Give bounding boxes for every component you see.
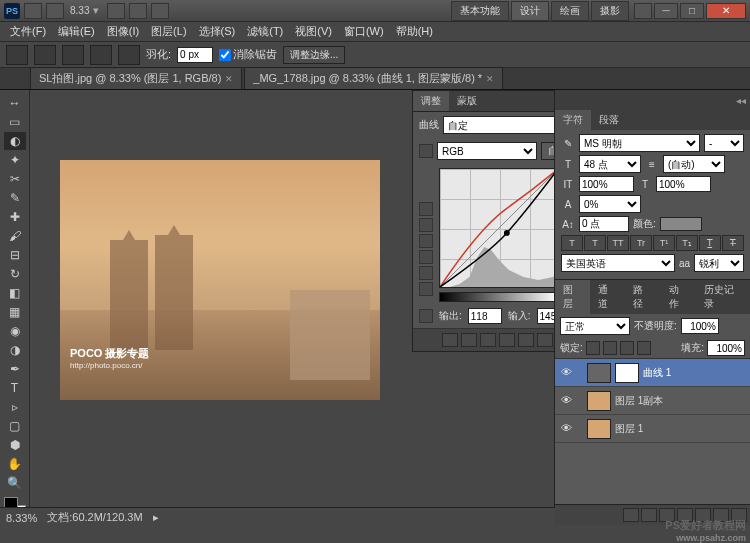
- eyedrop-black-icon[interactable]: [419, 234, 433, 248]
- zoom-tool-icon[interactable]: 🔍: [4, 474, 26, 492]
- layers-tab[interactable]: 图层: [555, 280, 590, 314]
- vscale-input[interactable]: [579, 176, 634, 192]
- menu-view[interactable]: 视图(V): [289, 24, 338, 39]
- input-input[interactable]: [537, 308, 554, 324]
- type-tool-icon[interactable]: T: [4, 379, 26, 397]
- menu-select[interactable]: 选择(S): [193, 24, 242, 39]
- selection-mode-sub-icon[interactable]: [90, 45, 112, 65]
- adjust-tab[interactable]: 调整: [413, 91, 449, 111]
- adjustment-thumb-icon[interactable]: [587, 363, 611, 383]
- gradient-tool-icon[interactable]: ▦: [4, 303, 26, 321]
- return-icon[interactable]: [442, 333, 458, 347]
- 3d-tool-icon[interactable]: ⬢: [4, 436, 26, 454]
- status-doc[interactable]: 文档:60.2M/120.3M: [47, 510, 142, 525]
- target-adjust-icon[interactable]: [419, 282, 433, 296]
- layer-row[interactable]: 👁 图层 1: [555, 415, 750, 443]
- selection-mode-intersect-icon[interactable]: [118, 45, 140, 65]
- path-tool-icon[interactable]: ▹: [4, 398, 26, 416]
- stamp-tool-icon[interactable]: ⊟: [4, 246, 26, 264]
- output-input[interactable]: [468, 308, 502, 324]
- super-button[interactable]: T¹: [653, 235, 675, 251]
- history-brush-icon[interactable]: ↻: [4, 265, 26, 283]
- curve-edit-icon[interactable]: [419, 144, 433, 158]
- eyedrop-white-icon[interactable]: [419, 266, 433, 280]
- tab-close-icon[interactable]: ✕: [225, 74, 233, 84]
- marquee-tool-icon[interactable]: ▭: [4, 113, 26, 131]
- fx-icon[interactable]: [641, 508, 657, 522]
- workspace-basic[interactable]: 基本功能: [451, 1, 509, 21]
- tab-close-icon[interactable]: ✕: [486, 74, 494, 84]
- bridge-icon[interactable]: [24, 3, 42, 19]
- eyedropper-tool-icon[interactable]: ✎: [4, 189, 26, 207]
- mask-tab[interactable]: 蒙版: [449, 91, 485, 111]
- text-color-swatch[interactable]: [660, 217, 702, 231]
- menu-image[interactable]: 图像(I): [101, 24, 145, 39]
- lock-pos-icon[interactable]: [620, 341, 634, 355]
- arrange-icon[interactable]: [129, 3, 147, 19]
- status-zoom[interactable]: 8.33%: [6, 512, 37, 524]
- tracking-select[interactable]: 0%: [579, 195, 641, 213]
- shape-tool-icon[interactable]: ▢: [4, 417, 26, 435]
- history-tab[interactable]: 历史记录: [696, 280, 750, 314]
- workspace-photo[interactable]: 摄影: [591, 1, 629, 21]
- layer-name[interactable]: 图层 1: [615, 422, 643, 436]
- toggle-icon[interactable]: [461, 333, 477, 347]
- pen-tool-icon[interactable]: ✒: [4, 360, 26, 378]
- char-tab[interactable]: 字符: [555, 110, 591, 130]
- fill-input[interactable]: [707, 340, 745, 356]
- visibility-icon[interactable]: 👁: [559, 394, 573, 408]
- feather-input[interactable]: [177, 47, 213, 63]
- menu-layer[interactable]: 图层(L): [145, 24, 192, 39]
- lasso-tool-icon[interactable]: ◐: [4, 132, 26, 150]
- selection-mode-new-icon[interactable]: [34, 45, 56, 65]
- view-prev-icon[interactable]: [480, 333, 496, 347]
- reset-icon[interactable]: [499, 333, 515, 347]
- channels-tab[interactable]: 通道: [590, 280, 625, 314]
- wand-tool-icon[interactable]: ✦: [4, 151, 26, 169]
- paths-tab[interactable]: 路径: [625, 280, 660, 314]
- baseline-input[interactable]: [579, 216, 629, 232]
- maximize-button[interactable]: □: [680, 3, 704, 19]
- aa-select[interactable]: 锐利: [694, 254, 744, 272]
- curve-draw-icon[interactable]: [419, 218, 433, 232]
- curves-preset-select[interactable]: 自定: [443, 116, 554, 134]
- sub-button[interactable]: T₁: [676, 235, 698, 251]
- caps-button[interactable]: TT: [607, 235, 629, 251]
- blur-tool-icon[interactable]: ◉: [4, 322, 26, 340]
- blend-mode-select[interactable]: 正常: [560, 317, 630, 335]
- brush-tool-icon[interactable]: 🖌: [4, 227, 26, 245]
- document-canvas[interactable]: POCO 摄影专题 http://photo.poco.cn/: [60, 160, 380, 400]
- visibility-icon[interactable]: 👁: [559, 366, 573, 380]
- layer-thumb[interactable]: [587, 391, 611, 411]
- menu-file[interactable]: 文件(F): [4, 24, 52, 39]
- menu-filter[interactable]: 滤镜(T): [241, 24, 289, 39]
- hscale-input[interactable]: [656, 176, 711, 192]
- clip-layer-icon[interactable]: [518, 333, 534, 347]
- workspace-paint[interactable]: 绘画: [551, 1, 589, 21]
- lang-select[interactable]: 美国英语: [561, 254, 675, 272]
- underline-button[interactable]: T̲: [699, 235, 721, 251]
- heal-tool-icon[interactable]: ✚: [4, 208, 26, 226]
- visibility-icon[interactable]: 👁: [559, 422, 573, 436]
- smallcaps-button[interactable]: Tr: [630, 235, 652, 251]
- minimize-button[interactable]: ─: [654, 3, 678, 19]
- crop-tool-icon[interactable]: ✂: [4, 170, 26, 188]
- document-tab[interactable]: _MG_1788.jpg @ 8.33% (曲线 1, 图层蒙版/8) *✕: [244, 67, 503, 89]
- lock-image-icon[interactable]: [603, 341, 617, 355]
- leading-select[interactable]: (自动): [663, 155, 725, 173]
- mask-thumb-icon[interactable]: [615, 363, 639, 383]
- layer-name[interactable]: 图层 1副本: [615, 394, 663, 408]
- dodge-tool-icon[interactable]: ◑: [4, 341, 26, 359]
- layer-name[interactable]: 曲线 1: [643, 366, 671, 380]
- move-tool-icon[interactable]: ↔: [4, 94, 26, 112]
- strike-button[interactable]: T̶: [722, 235, 744, 251]
- close-button[interactable]: ✕: [706, 3, 746, 19]
- lock-trans-icon[interactable]: [586, 341, 600, 355]
- antialias-checkbox[interactable]: 消除锯齿: [219, 47, 277, 62]
- tool-preset-icon[interactable]: [6, 45, 28, 65]
- minibridge-icon[interactable]: [46, 3, 64, 19]
- channel-select[interactable]: RGB: [437, 142, 537, 160]
- clip-icon[interactable]: [419, 309, 433, 323]
- layer-row[interactable]: 👁 图层 1副本: [555, 387, 750, 415]
- eraser-tool-icon[interactable]: ◧: [4, 284, 26, 302]
